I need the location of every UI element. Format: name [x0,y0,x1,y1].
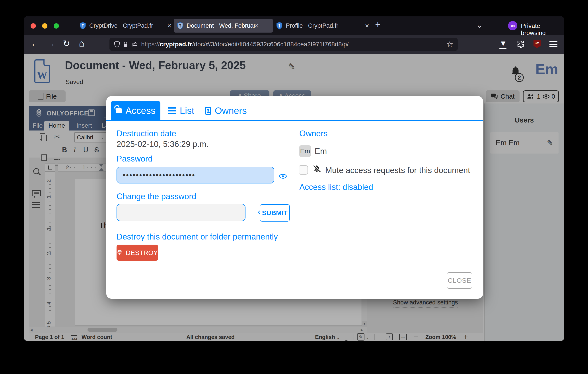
tabs-underline [106,120,483,121]
url-text[interactable]: https://cryptpad.fr/doc/#/3/doc/edit/ff0… [141,41,349,48]
unlock-icon [116,108,122,113]
destroy-button[interactable]: DESTROY [116,245,158,261]
change-password-label: Change the password [116,192,196,201]
destruction-date-label: Destruction date [116,129,176,138]
tab-list[interactable]: List [167,101,196,121]
private-browsing-label: Private browsing [521,22,564,37]
ublock-icon[interactable]: uO [534,40,541,48]
minimize-window-button[interactable] [42,23,47,29]
close-tab-icon[interactable]: × [254,22,259,30]
tab-document[interactable]: Document - Wed, February 5, 20 × [174,19,273,32]
owner-avatar: Em [299,145,311,157]
destruction-date-value: 2025-02-10, 5:36:29 p.m. [116,140,209,149]
new-password-field[interactable] [116,204,245,221]
cryptpad-favicon [276,22,283,30]
tab-title: CryptDrive - CryptPad.fr [89,22,153,29]
back-button[interactable]: ← [31,39,40,49]
close-tab-icon[interactable]: × [365,22,369,30]
tab-cryptdrive[interactable]: CryptDrive - CryptPad.fr × [76,19,175,32]
destroy-label: Destroy this document or folder permanen… [116,232,278,241]
downloads-button[interactable]: ▼ [499,39,507,49]
owner-name: Em [315,147,327,156]
shredder-icon [117,250,123,256]
tab-access[interactable]: Access [111,101,160,121]
close-window-button[interactable] [31,23,36,29]
reload-button[interactable]: ↻ [63,39,70,48]
cryptpad-favicon [80,22,86,30]
close-button[interactable]: CLOSE [447,272,472,289]
bookmark-star-icon[interactable]: ☆ [446,40,453,49]
private-browsing-icon: ∞ [508,21,517,30]
bell-slash-icon [312,164,322,174]
owners-label: Owners [299,129,327,138]
maximize-window-button[interactable] [54,23,59,29]
page-content: W Document - Wed, February 5, 2025 ✎ Sav… [24,54,564,341]
id-card-icon [205,107,211,115]
new-tab-button[interactable]: + [375,20,381,30]
reveal-password-eye-icon[interactable] [279,174,287,179]
mute-label: Mute access requests for this document [325,166,470,175]
home-button[interactable]: ⌂ [79,38,84,49]
access-modal: Access List Owners Destruction date 2025… [106,96,483,299]
password-label: Password [116,154,152,164]
url-bar[interactable]: https://cryptpad.fr/doc/#/3/doc/edit/ff0… [109,38,458,51]
url-path: /doc/#/3/doc/edit/ff0445932c606c1884cea2… [192,41,348,48]
tab-title: Profile - CryptPad.fr [286,22,338,29]
permissions-icon[interactable] [131,41,137,48]
password-field[interactable]: •••••••••••••••••••••• [116,167,274,183]
url-domain: cryptpad.fr [160,41,192,48]
access-list-link[interactable]: Access list: disabled [299,183,373,192]
tab-bar: CryptDrive - CryptPad.fr × Document - We… [24,16,564,35]
menu-hamburger-icon[interactable] [549,41,557,47]
tracking-shield-icon[interactable] [114,41,120,48]
list-tabs-chevron-icon[interactable]: ⌄ [476,20,483,30]
lock-icon[interactable] [124,44,127,47]
submit-button[interactable]: SUBMIT [260,204,290,222]
browser-window: CryptDrive - CryptPad.fr × Document - We… [24,16,564,341]
forward-button[interactable]: → [47,39,55,49]
tab-owners[interactable]: Owners [202,101,250,121]
navigation-toolbar: ← → ↻ ⌂ https://cryptpad.fr/doc/#/3/doc/… [24,35,564,54]
close-tab-icon[interactable]: × [167,22,171,30]
url-prefix: https:// [141,41,160,48]
tab-profile[interactable]: Profile - CryptPad.fr × [273,19,372,32]
extensions-puzzle-icon[interactable] [517,40,525,48]
cryptpad-favicon [177,22,183,30]
tab-title: Document - Wed, February 5, 20 [187,22,255,29]
list-icon [168,107,176,114]
window-controls [31,23,59,29]
mute-checkbox[interactable] [299,165,308,175]
